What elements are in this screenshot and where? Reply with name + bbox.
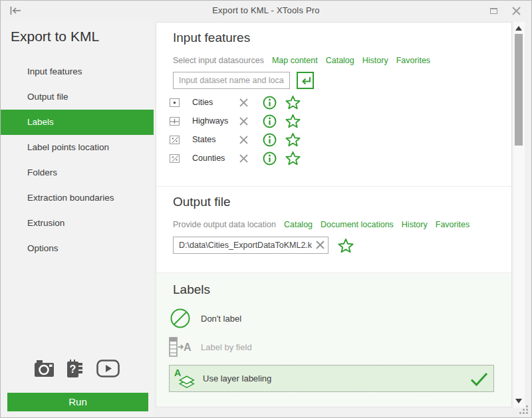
point-layer-icon <box>170 98 180 107</box>
layer-row-counties: Counties <box>170 149 301 167</box>
label-by-field-icon: A <box>169 336 192 358</box>
link-favorites[interactable]: Favorites <box>436 220 469 229</box>
layer-name: States <box>192 135 239 144</box>
video-tutorial-icon[interactable] <box>96 360 120 377</box>
maximize-icon <box>490 8 497 14</box>
screenshot-camera-icon[interactable] <box>34 359 55 378</box>
layer-name: Highways <box>192 116 239 126</box>
input-hint-label: Select input datasources <box>173 56 264 65</box>
dialog-title: Export to KML <box>11 29 99 45</box>
layer-name: Counties <box>192 154 239 163</box>
output-path-row <box>173 237 354 254</box>
info-icon[interactable] <box>263 114 277 128</box>
sidebar-item-extraction-boundaries[interactable]: Extraction boundaries <box>1 185 154 211</box>
info-icon[interactable] <box>263 152 277 165</box>
input-sources-row: Select input datasources Map content Cat… <box>173 56 430 65</box>
option-label: Label by field <box>201 342 252 352</box>
close-button[interactable] <box>505 1 527 21</box>
output-hint-label: Provide output data location <box>173 220 276 229</box>
svg-text:A: A <box>174 367 181 378</box>
option-label: Use layer labeling <box>203 373 271 383</box>
favorite-star-icon[interactable] <box>285 95 301 110</box>
section-labels: Labels Don't label <box>156 272 511 407</box>
output-file-heading: Output file <box>173 195 231 209</box>
link-history[interactable]: History <box>402 220 428 229</box>
layer-row-highways: Highways <box>170 112 301 130</box>
link-catalog[interactable]: Catalog <box>326 56 354 65</box>
favorite-star-icon[interactable] <box>338 238 354 253</box>
section-output-file: Output file Provide output data location… <box>156 186 511 272</box>
scroll-up-icon[interactable] <box>515 26 522 31</box>
scroll-down-icon[interactable] <box>515 399 522 403</box>
help-notes-icon[interactable]: ? <box>66 358 85 379</box>
link-map-content[interactable]: Map content <box>272 56 318 65</box>
labels-heading: Labels <box>173 282 210 297</box>
remove-icon[interactable] <box>239 98 248 107</box>
option-dont-label[interactable]: Don't label <box>169 308 511 329</box>
favorite-star-icon[interactable] <box>285 132 301 147</box>
settings-panel: Input features Select input datasources … <box>156 22 512 407</box>
export-to-kml-window: Export to KML - XTools Pro Export to KML… <box>0 0 532 418</box>
link-favorites[interactable]: Favorites <box>396 56 430 65</box>
favorite-star-icon[interactable] <box>285 114 301 128</box>
remove-icon[interactable] <box>239 136 248 144</box>
helper-toolbar: ? <box>34 358 120 379</box>
sidebar: Export to KML Input features Output file… <box>1 21 154 417</box>
layer-list: Cities Highways <box>170 93 301 167</box>
add-dataset-button[interactable] <box>297 72 314 89</box>
option-label-by-field[interactable]: A Label by field <box>169 336 511 358</box>
link-document-locations[interactable]: Document locations <box>321 220 394 229</box>
selected-check-icon <box>470 372 488 386</box>
input-features-heading: Input features <box>173 31 250 45</box>
scrollbar-thumb[interactable] <box>515 34 523 146</box>
output-location-row: Provide output data location Catalog Doc… <box>173 220 469 229</box>
sidebar-item-label-points-location[interactable]: Label points location <box>1 135 154 160</box>
labeling-options: Don't label A <box>156 308 511 399</box>
maximize-button[interactable] <box>482 1 505 21</box>
sidebar-item-output-file[interactable]: Output file <box>1 84 154 110</box>
option-label: Don't label <box>201 314 241 324</box>
sidebar-item-folders[interactable]: Folders <box>1 160 154 185</box>
no-label-icon <box>169 308 192 329</box>
info-icon[interactable] <box>263 96 277 110</box>
run-button[interactable]: Run <box>7 393 148 411</box>
layer-labeling-icon: A <box>174 367 196 391</box>
clear-path-icon[interactable] <box>316 241 325 250</box>
sidebar-item-options[interactable]: Options <box>1 236 154 261</box>
sidebar-item-labels[interactable]: Labels <box>1 110 154 135</box>
sidebar-item-input-features[interactable]: Input features <box>1 59 154 84</box>
resize-grip[interactable] <box>519 405 529 415</box>
enter-arrow-icon <box>300 76 311 86</box>
favorite-star-icon[interactable] <box>285 151 301 165</box>
polygon-layer-icon <box>170 136 180 144</box>
section-nav: Input features Output file Labels Label … <box>1 59 154 261</box>
titlebar: Export to KML - XTools Pro <box>1 1 531 21</box>
dataset-input-row <box>173 72 314 89</box>
link-catalog[interactable]: Catalog <box>284 220 313 229</box>
polygon-layer-icon <box>170 154 180 163</box>
layer-row-states: States <box>170 130 301 149</box>
section-input-features: Input features Select input datasources … <box>156 23 511 186</box>
vertical-scrollbar[interactable] <box>513 22 525 407</box>
remove-icon[interactable] <box>239 154 248 163</box>
sidebar-item-extrusion[interactable]: Extrusion <box>1 211 154 236</box>
svg-text:?: ? <box>70 364 76 375</box>
line-layer-icon <box>170 117 180 126</box>
link-history[interactable]: History <box>362 56 388 65</box>
window-title: Export to KML - XTools Pro <box>1 1 531 21</box>
layer-row-cities: Cities <box>170 93 301 112</box>
option-use-layer-labeling[interactable]: A Use layer labeling <box>169 365 494 392</box>
remove-icon[interactable] <box>239 117 248 126</box>
dataset-name-input[interactable] <box>173 72 290 89</box>
info-icon[interactable] <box>263 133 277 147</box>
close-icon <box>512 7 521 15</box>
output-path-input[interactable] <box>173 237 329 254</box>
layer-name: Cities <box>192 98 239 107</box>
svg-text:A: A <box>184 342 192 353</box>
